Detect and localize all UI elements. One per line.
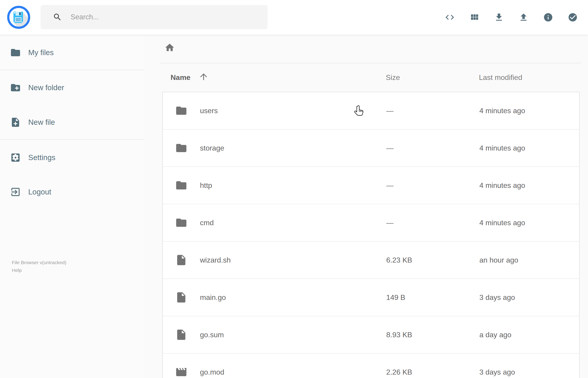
sidebar-item-logout[interactable]: Logout — [0, 179, 144, 204]
sidebar-divider — [0, 139, 144, 140]
file-type-icon — [175, 130, 187, 166]
file-modified: 3 days ago — [479, 279, 515, 316]
file-modified: 3 days ago — [479, 354, 515, 378]
sidebar-divider — [0, 70, 144, 70]
file-size: — — [386, 167, 394, 204]
search-input[interactable] — [70, 13, 253, 21]
file-name: http — [200, 167, 212, 204]
version-text: File Browser v(untracked) — [12, 260, 66, 265]
file-type-icon — [175, 242, 187, 279]
file-row[interactable]: go.mod 2.26 KB 3 days ago — [163, 353, 579, 378]
search-bar[interactable] — [40, 5, 267, 29]
file-size: 8.93 KB — [386, 316, 412, 353]
column-header-size[interactable]: Size — [386, 73, 400, 82]
grid-icon — [469, 12, 479, 22]
new-folder-icon — [10, 82, 21, 93]
upload-button[interactable] — [519, 12, 529, 22]
home-icon — [164, 42, 175, 53]
file-size: — — [386, 130, 394, 166]
file-type-icon — [175, 167, 187, 204]
column-header-name[interactable]: Name — [171, 73, 190, 82]
main-content: Name Size Last modified users — 4 minute… — [144, 35, 588, 378]
file-size: 6.23 KB — [386, 242, 412, 279]
new-file-icon — [10, 117, 21, 128]
settings-icon — [10, 152, 21, 163]
folder-icon — [10, 47, 21, 58]
sidebar-item-label: Logout — [28, 188, 51, 196]
file-modified: 4 minutes ago — [479, 130, 525, 166]
check-circle-icon — [568, 12, 578, 22]
download-icon — [494, 12, 504, 22]
sidebar-item-new-folder[interactable]: New folder — [0, 75, 144, 100]
help-link[interactable]: Help — [12, 266, 66, 274]
logout-icon — [10, 187, 21, 197]
file-row[interactable]: go.sum 8.93 KB a day ago — [163, 316, 579, 353]
file-name: main.go — [200, 279, 226, 316]
file-row[interactable]: storage — 4 minutes ago — [163, 129, 579, 166]
sidebar-item-settings[interactable]: Settings — [0, 145, 144, 170]
info-icon — [543, 12, 553, 22]
sidebar-item-label: Settings — [28, 153, 55, 162]
file-type-icon — [175, 92, 187, 129]
sidebar-item-new-file[interactable]: New file — [0, 110, 144, 135]
select-multiple-button[interactable] — [568, 12, 578, 22]
sidebar-item-label: New folder — [28, 83, 64, 92]
code-icon — [445, 12, 455, 22]
file-type-icon — [175, 354, 187, 378]
sidebar-item-label: My files — [28, 48, 54, 57]
column-header-modified[interactable]: Last modified — [479, 73, 522, 82]
file-name: go.mod — [200, 354, 224, 378]
header-actions — [445, 0, 578, 35]
filebrowser-logo[interactable] — [7, 5, 30, 29]
file-modified: 4 minutes ago — [479, 167, 525, 204]
sidebar-footer: File Browser v(untracked) Help — [12, 259, 66, 274]
file-modified: an hour ago — [479, 242, 518, 279]
file-size: — — [386, 92, 394, 129]
sidebar-item-my-files[interactable]: My files — [0, 40, 144, 65]
breadcrumb-divider — [160, 63, 581, 63]
file-name: wizard.sh — [200, 242, 231, 279]
file-type-icon — [175, 279, 187, 316]
file-modified: 4 minutes ago — [479, 204, 525, 241]
file-type-icon — [175, 316, 187, 353]
top-bar — [0, 0, 588, 35]
file-size: 2.26 KB — [386, 354, 412, 378]
file-name: users — [200, 92, 218, 129]
file-name: go.sum — [200, 316, 224, 353]
file-row[interactable]: http — 4 minutes ago — [163, 166, 579, 204]
sidebar: My files New folder New file Settings Lo… — [0, 35, 144, 378]
file-size: 149 B — [386, 279, 405, 316]
file-list: users — 4 minutes ago storage — 4 minute… — [162, 92, 580, 378]
code-view-button[interactable] — [445, 12, 455, 22]
file-type-icon — [175, 204, 187, 241]
breadcrumb-home-button[interactable] — [164, 42, 175, 53]
info-button[interactable] — [543, 12, 553, 22]
file-name: storage — [200, 130, 224, 166]
sidebar-item-label: New file — [28, 118, 55, 127]
download-button[interactable] — [494, 12, 504, 22]
file-row[interactable]: main.go 149 B 3 days ago — [163, 279, 579, 316]
file-row[interactable]: users — 4 minutes ago — [163, 92, 579, 129]
grid-view-button[interactable] — [469, 12, 479, 22]
file-row[interactable]: wizard.sh 6.23 KB an hour ago — [163, 241, 579, 279]
file-modified: 4 minutes ago — [479, 92, 525, 129]
file-modified: a day ago — [479, 316, 511, 353]
file-size: — — [386, 204, 394, 241]
upload-icon — [519, 12, 529, 22]
file-row[interactable]: cmd — 4 minutes ago — [163, 204, 579, 241]
sort-ascending-icon[interactable] — [199, 72, 209, 82]
search-icon — [53, 13, 62, 22]
file-name: cmd — [200, 204, 214, 241]
